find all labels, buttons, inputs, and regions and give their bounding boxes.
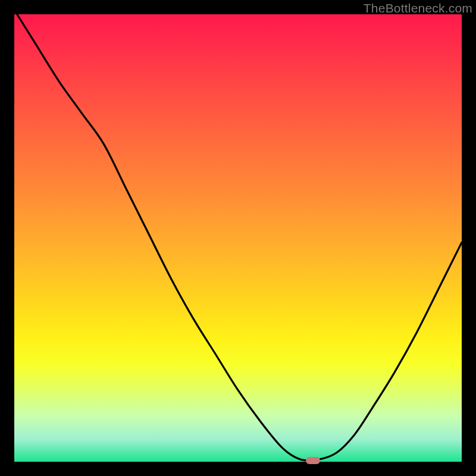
watermark-text: TheBottleneck.com xyxy=(364,1,472,15)
line-series xyxy=(14,14,462,462)
series-path xyxy=(14,14,462,461)
chart-stage: TheBottleneck.com xyxy=(0,0,476,476)
minimum-marker xyxy=(306,457,320,464)
plot-area xyxy=(14,14,462,462)
